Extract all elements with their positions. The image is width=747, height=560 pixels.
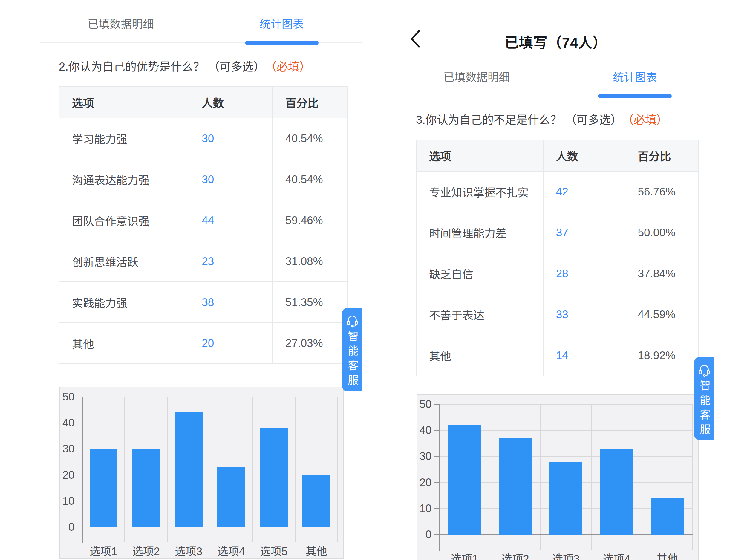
y-tick-label: 50 [59, 390, 74, 404]
table-cell-count[interactable]: 38 [189, 282, 273, 323]
y-tick-label: 20 [59, 468, 74, 482]
x-axis-labels: 选项1选项2选项3选项4选项5其他 [82, 543, 338, 558]
bar [132, 449, 160, 527]
table-cell-count[interactable]: 37 [543, 212, 625, 253]
table-cell-count[interactable]: 30 [189, 159, 273, 200]
survey-stats-screen-q3: 已填写（74人） 已填数据明细 统计图表 3.你认为自己的不足是什么？（可多选）… [397, 0, 714, 560]
table-header-cell: 选项 [59, 87, 189, 118]
table-row: 创新思维活跃2331.08% [59, 241, 347, 282]
table-cell-percent: 40.54% [273, 159, 347, 200]
table-cell-count[interactable]: 42 [543, 171, 625, 212]
table-cell-count[interactable]: 20 [189, 323, 273, 364]
table-row: 时间管理能力差3750.00% [416, 212, 698, 253]
question-text: 3.你认为自己的不足是什么？ [416, 113, 562, 126]
table-header-cell: 百分比 [273, 87, 347, 118]
y-tick-label: 40 [416, 423, 432, 437]
axis-tick [434, 508, 439, 509]
table-row: 学习能力强3040.54% [59, 118, 347, 159]
bar [217, 467, 245, 527]
tabbar: 已填数据明细 统计图表 [40, 4, 362, 43]
bar [600, 449, 633, 535]
bar [499, 438, 532, 535]
x-category-label: 选项1 [439, 550, 490, 560]
table-cell-count[interactable]: 44 [189, 200, 273, 241]
table-cell-count[interactable]: 30 [189, 118, 273, 159]
headset-icon [697, 363, 711, 377]
tab-filled-data-detail[interactable]: 已填数据明细 [397, 57, 556, 96]
table-cell-percent: 40.54% [273, 118, 347, 159]
y-axis-labels: 01020304050 [60, 397, 76, 527]
y-tick-label: 0 [416, 528, 432, 542]
table-cell-option: 实践能力强 [59, 282, 189, 323]
x-category-label: 选项4 [210, 543, 253, 558]
question-title: 3.你认为自己的不足是什么？（可多选）（必填） [416, 110, 702, 127]
table-cell-percent: 56.76% [625, 171, 698, 212]
headset-icon [345, 314, 359, 328]
bars-container [82, 397, 338, 527]
axis-tick [77, 423, 82, 423]
table-cell-percent: 18.92% [625, 335, 698, 376]
x-category-label: 选项2 [125, 543, 168, 558]
question-multi-hint: （可多选） [565, 113, 622, 126]
bar-column [439, 404, 490, 535]
y-axis-labels: 01020304050 [417, 404, 433, 535]
tab-statistics-chart[interactable]: 统计图表 [556, 57, 714, 96]
x-category-label: 其他 [295, 543, 338, 558]
question-multi-hint: （可多选） [208, 60, 265, 73]
x-axis-labels: 选项1选项2选项3选项4其他 [439, 550, 693, 560]
tab-filled-data-detail[interactable]: 已填数据明细 [40, 4, 201, 43]
stats-table: 选项人数百分比学习能力强3040.54%沟通表达能力强3040.54%团队合作意… [59, 86, 348, 364]
axis-tick [434, 430, 439, 431]
table-row: 不善于表达3344.59% [416, 294, 698, 335]
table-cell-count[interactable]: 33 [543, 294, 625, 335]
y-tick-label: 40 [59, 416, 74, 430]
bar-column [295, 397, 338, 527]
x-category-label: 其他 [642, 550, 693, 560]
page-title: 已填写（74人） [397, 31, 714, 52]
bar-column [82, 397, 125, 527]
table-cell-option: 其他 [416, 335, 543, 376]
table-cell-option: 专业知识掌握不扎实 [416, 171, 543, 212]
question-required-hint: （必填） [271, 60, 311, 73]
table-header-row: 选项人数百分比 [59, 87, 347, 118]
bar-column [541, 404, 591, 535]
x-category-label: 选项3 [167, 543, 210, 558]
axis-tick [434, 456, 439, 457]
bar-column [210, 397, 253, 527]
axis-tick [77, 475, 82, 476]
table-row: 专业知识掌握不扎实4256.76% [416, 171, 698, 212]
table-cell-count[interactable]: 23 [189, 241, 273, 282]
table-cell-percent: 37.84% [625, 253, 698, 294]
table-cell-percent: 59.46% [273, 200, 347, 241]
service-button-label: 智能客服 [342, 331, 362, 389]
y-tick-label: 50 [416, 397, 432, 411]
axis-tick [77, 397, 82, 397]
question-required-hint: （必填） [628, 113, 668, 126]
chart-plot-area [439, 404, 693, 535]
x-category-label: 选项3 [541, 550, 591, 560]
bar-column [591, 404, 642, 535]
x-category-label: 选项1 [82, 543, 125, 558]
service-button-label: 智能客服 [694, 380, 714, 438]
table-cell-percent: 31.08% [273, 241, 347, 282]
bar [302, 475, 330, 527]
table-cell-option: 其他 [59, 323, 189, 364]
tab-statistics-chart[interactable]: 统计图表 [201, 4, 362, 43]
table-cell-count[interactable]: 28 [543, 253, 625, 294]
smart-customer-service-button[interactable]: 智能客服 [694, 357, 714, 440]
axis-tick [434, 404, 439, 405]
table-cell-percent: 51.35% [273, 282, 347, 323]
bar [175, 412, 203, 527]
smart-customer-service-button[interactable]: 智能客服 [342, 308, 362, 391]
bar-chart: 01020304050 选项1选项2选项3选项4其他 [416, 394, 699, 560]
table-header-cell: 人数 [543, 140, 625, 171]
x-category-label: 选项2 [490, 550, 541, 560]
table-cell-option: 沟通表达能力强 [59, 159, 189, 200]
axis-tick [77, 449, 82, 449]
table-header-row: 选项人数百分比 [416, 140, 698, 171]
y-tick-label: 10 [416, 502, 432, 516]
table-row: 团队合作意识强4459.46% [59, 200, 347, 241]
table-cell-count[interactable]: 14 [543, 335, 625, 376]
bar [549, 462, 582, 535]
stats-table: 选项人数百分比专业知识掌握不扎实4256.76%时间管理能力差3750.00%缺… [416, 139, 699, 376]
